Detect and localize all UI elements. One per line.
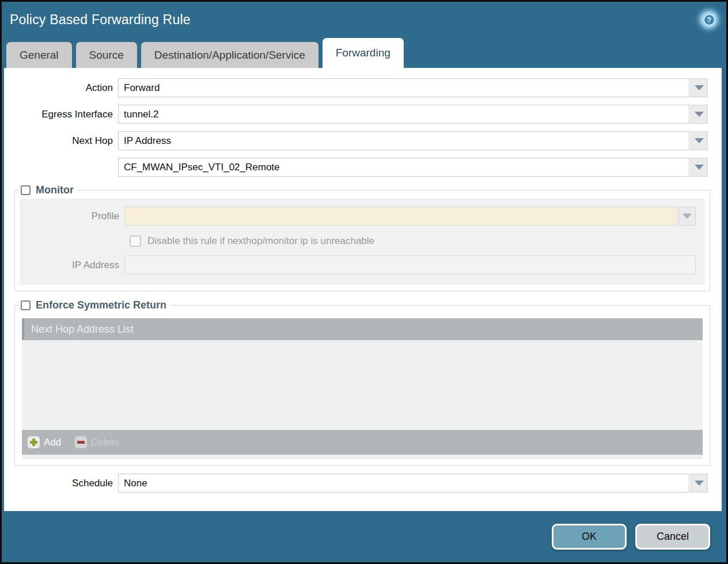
- monitor-ip-address-label: IP Address: [20, 260, 124, 271]
- action-select[interactable]: Forward: [118, 78, 689, 97]
- egress-interface-row: Egress Interface tunnel.2: [4, 105, 708, 124]
- schedule-row: Schedule None: [4, 474, 708, 493]
- monitor-ip-address-input[interactable]: [124, 256, 696, 275]
- egress-interface-select[interactable]: tunnel.2: [118, 105, 689, 124]
- tab-destination-application-service[interactable]: Destination/Application/Service: [141, 42, 318, 68]
- enforce-symmetric-return-label: Enforce Symmetric Return: [36, 299, 166, 311]
- enforce-symmetric-return-group: Enforce Symmetric Return Next Hop Addres…: [14, 299, 710, 466]
- profile-dropdown-button[interactable]: [678, 207, 696, 226]
- action-dropdown-button[interactable]: [691, 78, 708, 97]
- policy-based-forwarding-dialog: Policy Based Forwarding Rule ? General S…: [0, 0, 728, 564]
- tab-source[interactable]: Source: [76, 42, 137, 68]
- next-hop-address-select[interactable]: CF_MWAN_IPsec_VTI_02_Remote: [118, 158, 689, 177]
- chevron-down-icon: [695, 112, 704, 117]
- disable-rule-checkbox[interactable]: [130, 235, 141, 247]
- next-hop-address-dropdown-button[interactable]: [691, 158, 708, 177]
- tab-general[interactable]: General: [6, 42, 72, 68]
- help-question-glyph: ?: [703, 14, 715, 26]
- monitor-group: Monitor Profile Disable this rule if nex…: [14, 184, 710, 291]
- minus-icon: [75, 436, 87, 448]
- profile-select[interactable]: [124, 207, 677, 226]
- table-body-empty[interactable]: [22, 340, 703, 430]
- next-hop-address-list-table: Next Hop Address List Add Delete: [22, 318, 703, 459]
- ok-button[interactable]: OK: [552, 524, 627, 550]
- schedule-label: Schedule: [4, 478, 118, 489]
- delete-button-label: Delete: [91, 437, 119, 448]
- table-header-label: Next Hop Address List: [31, 323, 134, 336]
- tab-forwarding[interactable]: Forwarding: [323, 38, 404, 68]
- tab-bar: General Source Destination/Application/S…: [2, 37, 726, 68]
- chevron-down-icon: [695, 481, 704, 486]
- plus-icon: [28, 436, 40, 448]
- action-row: Action Forward: [4, 78, 708, 97]
- dialog-title: Policy Based Forwarding Rule: [10, 12, 191, 28]
- chevron-down-icon: [695, 165, 704, 170]
- profile-row: Profile: [20, 207, 696, 226]
- next-hop-dropdown-button[interactable]: [691, 131, 708, 150]
- monitor-checkbox[interactable]: [21, 185, 31, 195]
- monitor-legend-label: Monitor: [36, 184, 74, 196]
- next-hop-label: Next Hop: [4, 135, 118, 147]
- schedule-dropdown-button[interactable]: [691, 474, 708, 493]
- add-button[interactable]: Add: [28, 436, 61, 448]
- title-bar: Policy Based Forwarding Rule ?: [2, 2, 726, 37]
- enforce-symmetric-return-legend: Enforce Symmetric Return: [20, 299, 170, 311]
- profile-label: Profile: [20, 211, 124, 222]
- action-label: Action: [4, 82, 118, 94]
- help-icon[interactable]: ?: [701, 12, 717, 28]
- egress-interface-dropdown-button[interactable]: [691, 105, 708, 124]
- enforce-symmetric-return-checkbox[interactable]: [21, 300, 31, 310]
- table-header: Next Hop Address List: [22, 318, 703, 340]
- monitor-disabled-panel: Profile Disable this rule if nexthop/mon…: [20, 199, 705, 285]
- disable-rule-label: Disable this rule if nexthop/monitor ip …: [147, 235, 374, 247]
- table-toolbar: Add Delete: [22, 430, 703, 455]
- chevron-down-icon: [695, 138, 704, 143]
- monitor-legend: Monitor: [20, 184, 78, 196]
- chevron-down-icon: [682, 214, 692, 219]
- add-button-label: Add: [44, 437, 61, 448]
- table-bottom-strip: [22, 455, 703, 459]
- disable-rule-row: Disable this rule if nexthop/monitor ip …: [130, 235, 705, 247]
- monitor-ip-address-row: IP Address: [20, 256, 696, 275]
- next-hop-row: Next Hop IP Address: [4, 131, 708, 150]
- egress-interface-label: Egress Interface: [4, 109, 118, 120]
- next-hop-select[interactable]: IP Address: [118, 131, 689, 150]
- forwarding-tab-panel: Action Forward Egress Interface tunnel.2…: [4, 68, 722, 511]
- cancel-button[interactable]: Cancel: [635, 524, 710, 550]
- next-hop-address-row: CF_MWAN_IPsec_VTI_02_Remote: [4, 158, 708, 177]
- chevron-down-icon: [695, 85, 704, 90]
- dialog-footer: OK Cancel: [2, 511, 726, 562]
- schedule-select[interactable]: None: [118, 474, 689, 493]
- delete-button[interactable]: Delete: [75, 436, 119, 448]
